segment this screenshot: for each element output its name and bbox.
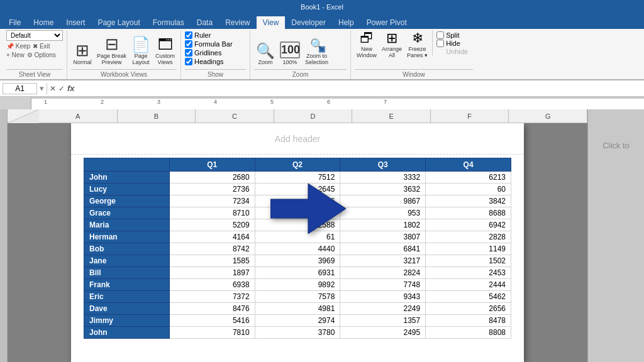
gridlines-checkbox[interactable]: [185, 49, 192, 57]
menu-review[interactable]: Review: [219, 16, 256, 29]
col-header-d[interactable]: D: [274, 109, 353, 123]
menu-view[interactable]: View: [257, 16, 286, 29]
cell-q3[interactable]: 953: [340, 207, 426, 219]
cell-q4[interactable]: 8478: [426, 315, 511, 327]
hide-checkbox-row[interactable]: Hide: [436, 40, 468, 47]
exit-button[interactable]: ✖ Exit: [33, 43, 50, 50]
cell-q3[interactable]: 2824: [340, 267, 426, 279]
cell-name[interactable]: Eric: [84, 291, 170, 303]
cell-q4[interactable]: 2444: [426, 279, 511, 291]
cell-q3[interactable]: 3332: [340, 172, 426, 184]
cell-q4[interactable]: 3842: [426, 195, 511, 207]
cell-q2[interactable]: 9102: [255, 207, 340, 219]
name-box-dropdown[interactable]: ▾: [40, 84, 44, 93]
cell-q1[interactable]: 8476: [169, 303, 255, 315]
cell-q2[interactable]: 9892: [255, 279, 340, 291]
cell-name[interactable]: Dave: [84, 303, 170, 315]
cell-q1[interactable]: 4164: [169, 231, 255, 243]
col-header-c[interactable]: C: [196, 109, 274, 123]
zoom-100-button[interactable]: 100 100%: [278, 40, 302, 67]
menu-file[interactable]: File: [3, 16, 27, 29]
cell-q4[interactable]: 6942: [426, 219, 511, 231]
cell-name[interactable]: John: [84, 327, 170, 339]
cell-q4[interactable]: 2656: [426, 303, 511, 315]
cell-q3[interactable]: 3632: [340, 184, 426, 195]
headings-checkbox[interactable]: [185, 58, 192, 65]
cell-q3[interactable]: 9343: [340, 291, 426, 303]
options-button[interactable]: ⚙ Options: [27, 52, 56, 58]
cell-name[interactable]: George: [84, 195, 170, 207]
keep-button[interactable]: 📌 Keep: [6, 43, 30, 50]
cell-name[interactable]: Maria: [84, 219, 170, 231]
name-box[interactable]: [3, 83, 37, 94]
cell-q1[interactable]: 2680: [169, 172, 255, 184]
cancel-icon[interactable]: ✕: [50, 84, 56, 93]
col-header-a[interactable]: A: [39, 109, 118, 123]
cell-q1[interactable]: 7810: [169, 327, 255, 339]
ruler-checkbox[interactable]: [185, 31, 192, 39]
cell-q1[interactable]: 6938: [169, 279, 255, 291]
menu-data[interactable]: Data: [191, 16, 219, 29]
col-header-f[interactable]: F: [431, 109, 509, 123]
zoom-button[interactable]: 🔍 Zoom: [254, 42, 277, 67]
headings-checkbox-row[interactable]: Headings: [185, 58, 233, 65]
gridlines-checkbox-row[interactable]: Gridlines: [185, 49, 233, 57]
cell-q2[interactable]: 7506: [255, 195, 340, 207]
ruler-checkbox-row[interactable]: Ruler: [185, 31, 233, 39]
cell-q3[interactable]: 6841: [340, 243, 426, 255]
cell-q1[interactable]: 5416: [169, 315, 255, 327]
cell-q1[interactable]: 7372: [169, 291, 255, 303]
function-icon[interactable]: fx: [67, 84, 75, 93]
cell-name[interactable]: Bob: [84, 243, 170, 255]
new-button[interactable]: + New: [6, 52, 25, 58]
cell-q4[interactable]: 2828: [426, 231, 511, 243]
cell-q3[interactable]: 7748: [340, 279, 426, 291]
page-break-preview-button[interactable]: ⊟ Page BreakPreview: [95, 35, 128, 67]
cell-q2[interactable]: 2588: [255, 219, 340, 231]
cell-q4[interactable]: 1502: [426, 255, 511, 267]
cell-name[interactable]: Herman: [84, 231, 170, 243]
col-header-b[interactable]: B: [118, 109, 196, 123]
cell-q3[interactable]: 1357: [340, 315, 426, 327]
cell-q4[interactable]: 8808: [426, 327, 511, 339]
cell-q1[interactable]: 8710: [169, 207, 255, 219]
cell-q2[interactable]: 3969: [255, 255, 340, 267]
cell-q4[interactable]: 60: [426, 184, 511, 195]
menu-home[interactable]: Home: [27, 16, 60, 29]
cell-q1[interactable]: 8742: [169, 243, 255, 255]
menu-help[interactable]: Help: [332, 16, 360, 29]
cell-q4[interactable]: 6213: [426, 172, 511, 184]
cell-q3[interactable]: 9867: [340, 195, 426, 207]
formula-input[interactable]: [77, 84, 641, 93]
page-layout-button[interactable]: 📄 PageLayout: [130, 36, 152, 67]
cell-name[interactable]: Jimmy: [84, 315, 170, 327]
cell-q4[interactable]: 1149: [426, 243, 511, 255]
cell-q3[interactable]: 2495: [340, 327, 426, 339]
arrange-all-button[interactable]: ⊞ ArrangeAll: [380, 30, 404, 60]
cell-q4[interactable]: 5462: [426, 291, 511, 303]
cell-name[interactable]: John: [84, 172, 170, 184]
cell-name[interactable]: Bill: [84, 267, 170, 279]
cell-q2[interactable]: 61: [255, 231, 340, 243]
cell-q1[interactable]: 1897: [169, 267, 255, 279]
split-checkbox[interactable]: [436, 31, 444, 39]
menu-developer[interactable]: Developer: [285, 16, 332, 29]
cell-q3[interactable]: 1802: [340, 219, 426, 231]
zoom-to-selection-button[interactable]: 🔍 ▣ Zoom toSelection: [303, 35, 330, 67]
cell-q1[interactable]: 5209: [169, 219, 255, 231]
cell-q2[interactable]: 2645: [255, 184, 340, 195]
cell-q2[interactable]: 2974: [255, 315, 340, 327]
cell-q2[interactable]: 4440: [255, 243, 340, 255]
menu-power-pivot[interactable]: Power Pivot: [360, 16, 413, 29]
col-header-g[interactable]: G: [509, 109, 587, 123]
cell-q2[interactable]: 7578: [255, 291, 340, 303]
menu-insert[interactable]: Insert: [60, 16, 91, 29]
cell-q3[interactable]: 2249: [340, 303, 426, 315]
cell-q2[interactable]: 3780: [255, 327, 340, 339]
menu-formulas[interactable]: Formulas: [147, 16, 191, 29]
page-header-area[interactable]: Add header: [71, 123, 524, 155]
new-window-button[interactable]: 🗗 NewWindow: [355, 30, 379, 60]
cell-q4[interactable]: 8688: [426, 207, 511, 219]
cell-q3[interactable]: 3807: [340, 231, 426, 243]
cell-q1[interactable]: 2736: [169, 184, 255, 195]
